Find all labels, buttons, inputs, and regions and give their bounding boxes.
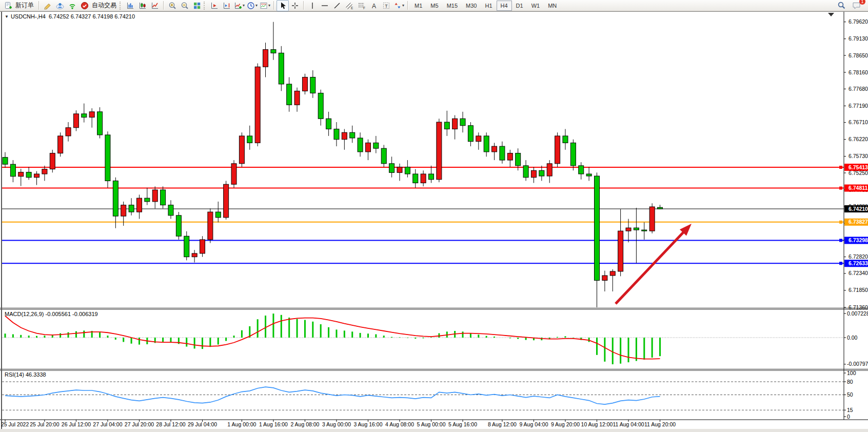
level-line-anchor[interactable] [839, 239, 842, 242]
new-order-button[interactable] [2, 0, 14, 11]
search-button[interactable] [835, 0, 847, 11]
time-label: 4 Aug 08:00 [385, 421, 414, 427]
timeframe-group: M1M5M15M30H1H4D1W1MN [410, 1, 561, 11]
styles-button[interactable] [42, 0, 54, 11]
candlestick-chart-button[interactable] [136, 0, 149, 11]
line-chart-button[interactable] [149, 0, 161, 11]
candle-body [294, 91, 300, 105]
horizontal-line-tool-button[interactable] [319, 0, 331, 11]
candle-body [136, 198, 142, 212]
candle-body [97, 112, 103, 135]
candle-body [523, 166, 528, 178]
fibonacci-tool-button[interactable]: F [356, 0, 368, 11]
candle-body [224, 184, 229, 218]
level-price-label: 6.75413 [849, 164, 868, 170]
candle-body [444, 122, 449, 129]
timeframe-button-H1[interactable]: H1 [481, 1, 496, 11]
horizontal-line-icon [321, 2, 329, 10]
chart-canvas[interactable]: 6.796206.791306.786506.781606.776806.771… [0, 0, 868, 432]
time-label: 28 Jul 12:00 [156, 421, 185, 427]
timeframe-button-M1[interactable]: M1 [410, 1, 426, 11]
tile-windows-button[interactable] [191, 0, 203, 11]
time-label: 11 Aug 04:00 [613, 421, 644, 427]
candle-body [492, 146, 497, 152]
text-label-tool-button[interactable]: T [380, 0, 392, 11]
text-label-icon: T [382, 2, 390, 10]
chart-shift-button[interactable] [221, 0, 233, 11]
new-order-label[interactable]: 新订单 [14, 1, 36, 10]
zoom-out-button[interactable] [179, 0, 191, 11]
timeframe-button-M5[interactable]: M5 [426, 1, 442, 11]
text-tool-button[interactable]: A [368, 0, 380, 11]
macd-indicator-label: MACD(12,26,9) -0.005561 -0.006319 [5, 311, 98, 317]
chart-ohlc-values: 6.74252 6.74327 6.74198 6.74210 [49, 13, 135, 19]
templates-button[interactable]: ▾ [259, 0, 271, 11]
chart-shift-icon [223, 2, 231, 10]
level-line-anchor[interactable] [839, 262, 842, 265]
periods-button[interactable]: ▾ [246, 0, 259, 11]
bar-chart-button[interactable] [124, 0, 136, 11]
auto-trading-label[interactable]: 自动交易 [91, 1, 119, 10]
notification-badge: 1 [859, 0, 865, 5]
trendline-tool-button[interactable] [331, 0, 343, 11]
candle-body [618, 231, 623, 271]
candle-body [271, 50, 276, 53]
candle-body [507, 153, 512, 160]
candle-body [3, 158, 8, 164]
candle-body [484, 136, 489, 152]
level-line-anchor[interactable] [839, 187, 842, 190]
candle-body [389, 164, 394, 173]
candle-body [468, 126, 473, 142]
candle-body [50, 153, 55, 169]
candle-body [350, 132, 355, 138]
timeframe-button-W1[interactable]: W1 [527, 1, 544, 11]
candle-body [279, 53, 284, 84]
signals-button[interactable] [66, 0, 78, 11]
candle-body [610, 271, 615, 276]
indicators-button[interactable]: ▾ [233, 0, 246, 11]
candle-body [89, 112, 94, 117]
macd-axis-label: -0.007979 [847, 361, 868, 367]
arrows-tool-button[interactable]: ▾ [392, 0, 405, 11]
toolbar-grip [204, 2, 206, 10]
timeframe-button-M15[interactable]: M15 [443, 1, 462, 11]
dropdown-caret-icon: ▾ [268, 3, 270, 8]
chart-collapse-icon[interactable]: ▼ [5, 14, 9, 19]
timeframe-button-MN[interactable]: MN [544, 1, 561, 11]
price-tick-label: 6.77190 [849, 103, 868, 109]
timeframe-button-D1[interactable]: D1 [512, 1, 527, 11]
trend-arrow-shaft[interactable] [616, 231, 684, 304]
candle-body [161, 190, 166, 205]
macd-signal-line [5, 316, 660, 359]
cursor-tool-button[interactable] [277, 0, 289, 11]
chart-symbol-period: USDCNH-,H4 [11, 13, 46, 19]
chart-shift-marker[interactable] [828, 13, 834, 16]
current-price-label: 6.74210 [849, 206, 868, 212]
candle-body [539, 170, 544, 176]
time-label: 5 Aug 16:00 [448, 421, 477, 427]
candle-body [263, 50, 268, 67]
auto-trading-button[interactable] [78, 0, 91, 11]
auto-scroll-button[interactable] [208, 0, 221, 11]
rsi-axis-label: 15 [847, 407, 853, 413]
candle-body [152, 190, 157, 202]
candle-body [42, 169, 47, 174]
zoom-in-button[interactable] [166, 0, 179, 11]
level-line-anchor[interactable] [839, 221, 842, 224]
notifications-button[interactable]: 1 [851, 0, 863, 11]
candle-body [642, 230, 647, 231]
timeframe-button-H4[interactable]: H4 [497, 1, 512, 11]
candle-body [413, 174, 418, 183]
candle-body [516, 153, 521, 166]
level-line-anchor[interactable] [839, 166, 842, 169]
timeframe-button-M30[interactable]: M30 [462, 1, 481, 11]
crosshair-tool-button[interactable] [289, 0, 301, 11]
price-tick-label: 6.78650 [849, 52, 868, 58]
equidistant-channel-icon: E [345, 2, 353, 10]
vertical-line-tool-button[interactable] [306, 0, 319, 11]
candle-body [570, 143, 576, 165]
channel-tool-button[interactable]: E [343, 0, 356, 11]
candle-body [215, 212, 221, 218]
community-button[interactable] [54, 0, 66, 11]
candle-body [58, 136, 63, 153]
